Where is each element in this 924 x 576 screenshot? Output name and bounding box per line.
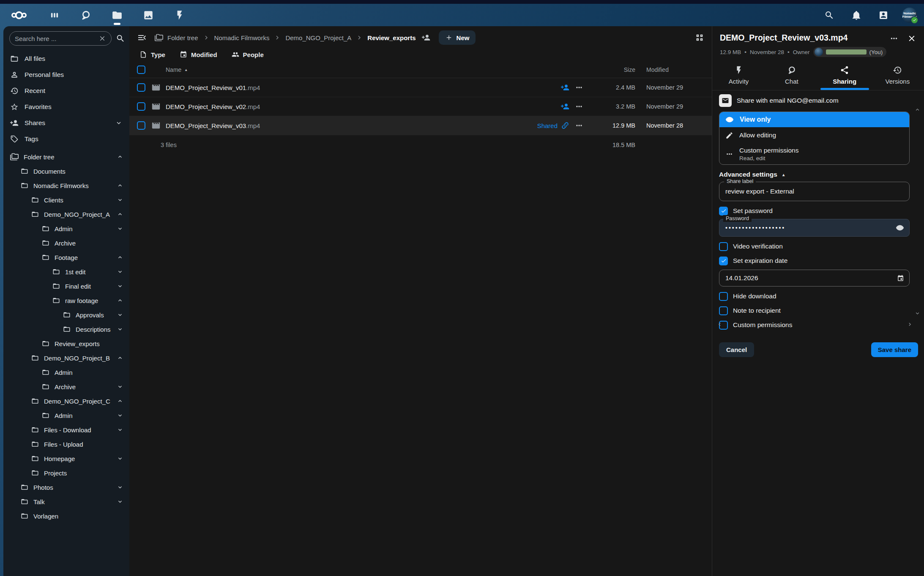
calendar-icon[interactable] [897, 275, 904, 282]
clear-search-icon[interactable] [98, 35, 106, 42]
set-password-row[interactable]: Set password [719, 206, 910, 216]
expiration-date-input[interactable]: 14.01.2026 [719, 270, 910, 287]
notifications-bell-icon[interactable] [848, 7, 865, 24]
option-allow-editing[interactable]: Allow editing [719, 127, 909, 143]
chevron-down-icon[interactable] [117, 225, 123, 232]
tree-item-demo-ngo-project-c[interactable]: Demo_NGO_Project_C [3, 394, 129, 408]
tree-item-files-upload[interactable]: Files - Upload [3, 437, 129, 451]
custom-permissions-row[interactable]: Custom permissions [719, 320, 910, 330]
tree-item-files-download[interactable]: Files - Download [3, 423, 129, 437]
hide-download-row[interactable]: Hide download [719, 292, 910, 301]
note-to-recipient-row[interactable]: Note to recipient [719, 306, 910, 315]
tree-item-footage[interactable]: Footage [3, 250, 129, 265]
tree-item-demo-ngo-project-b[interactable]: Demo_NGO_Project_B [3, 351, 129, 365]
share-label-input[interactable]: Share label review export - External [719, 182, 910, 201]
user-avatar[interactable]: Nomadic Filmworks [902, 8, 917, 23]
filter-type-chip[interactable]: Type [139, 51, 165, 58]
photos-app-icon[interactable] [139, 6, 157, 24]
nextcloud-logo[interactable] [7, 8, 31, 22]
set-expiration-checkbox[interactable] [719, 257, 728, 265]
share-link-icon[interactable] [561, 121, 569, 130]
shared-label[interactable]: Shared [537, 122, 558, 129]
tree-item-descriptions[interactable]: Descriptions [3, 322, 129, 336]
row-checkbox[interactable] [137, 102, 145, 111]
chevron-down-icon[interactable] [117, 484, 123, 491]
row-checkbox[interactable] [137, 83, 145, 92]
tab-versions[interactable]: Versions [871, 62, 924, 90]
sidebar-item-tags[interactable]: Tags [3, 131, 129, 147]
row-actions-icon[interactable] [569, 83, 589, 92]
chevron-down-icon[interactable] [117, 383, 123, 390]
hide-download-checkbox[interactable] [719, 292, 728, 301]
sidebar-item-recent[interactable]: Recent [3, 83, 129, 99]
save-share-button[interactable]: Save share [871, 342, 918, 357]
chevron-up-icon[interactable] [117, 153, 123, 160]
tree-item-review-exports[interactable]: Review_exports [3, 336, 129, 351]
chevron-up-icon[interactable] [117, 182, 123, 189]
close-icon[interactable] [907, 34, 916, 43]
tree-item-final-edit[interactable]: Final edit [3, 279, 129, 293]
tree-item-demo-ngo-project-a[interactable]: Demo_NGO_Project_A [3, 207, 129, 221]
scroll-down-icon[interactable] [914, 310, 921, 317]
file-name[interactable]: DEMO_Project_Review_v03.mp4 [166, 122, 260, 129]
files-app-icon[interactable] [108, 6, 126, 24]
sidebar-item-shares[interactable]: Shares [3, 115, 129, 131]
new-button[interactable]: New [439, 30, 476, 45]
option-custom-permissions[interactable]: Custom permissions Read, edit [719, 143, 909, 164]
row-checkbox[interactable] [137, 121, 145, 130]
collapse-sidebar-icon[interactable] [137, 33, 147, 43]
activity-app-icon[interactable] [171, 6, 189, 24]
tree-item-projects[interactable]: Projects [3, 466, 129, 480]
sidebar-item-favorites[interactable]: Favorites [3, 99, 129, 115]
breadcrumb-review-exports[interactable]: Review_exports [367, 34, 416, 41]
tree-item-folder-tree[interactable]: Folder tree [3, 150, 129, 164]
grid-view-toggle-icon[interactable] [695, 33, 704, 42]
scroll-left-icon[interactable] [716, 321, 723, 328]
filter-people-chip[interactable]: People [232, 51, 264, 58]
share-recipients-icon[interactable] [561, 83, 569, 92]
chevron-up-icon[interactable] [117, 211, 123, 218]
tree-item-documents[interactable]: Documents [3, 164, 129, 178]
password-input[interactable]: Password •••••••••••••••••• [719, 219, 910, 237]
tree-item-talk[interactable]: Talk [3, 494, 129, 509]
share-recipients-icon[interactable] [561, 102, 569, 111]
row-actions-icon[interactable] [569, 121, 589, 130]
row-actions-icon[interactable] [569, 102, 589, 111]
talk-app-icon[interactable] [77, 6, 95, 24]
chevron-down-icon[interactable] [117, 283, 123, 289]
tree-item-nomadic-filmworks[interactable]: Nomadic Filmworks [3, 178, 129, 193]
chevron-down-icon[interactable] [117, 197, 123, 203]
tree-item-admin[interactable]: Admin [3, 221, 129, 236]
advanced-settings-toggle[interactable]: Advanced settings ▲ [719, 171, 910, 178]
show-password-eye-icon[interactable] [896, 224, 904, 232]
column-modified[interactable]: Modified [635, 66, 699, 73]
chevron-down-icon[interactable] [117, 311, 123, 318]
file-row-v02[interactable]: DEMO_Project_Review_v02.mp4 3.2 MB Novem… [129, 97, 712, 116]
tree-item-1st-edit[interactable]: 1st edit [3, 265, 129, 279]
panel-actions-icon[interactable] [889, 34, 899, 43]
breadcrumb-folder-tree[interactable]: Folder tree [167, 34, 198, 41]
column-name[interactable]: Name▲ [166, 66, 188, 73]
tree-item-admin-b[interactable]: Admin [3, 365, 129, 379]
breadcrumb-nomadic-filmworks[interactable]: Nomadic Filmworks [214, 34, 270, 41]
note-to-recipient-checkbox[interactable] [719, 306, 728, 315]
share-folder-icon[interactable] [422, 33, 430, 42]
tree-item-vorlagen[interactable]: Vorlagen [3, 509, 129, 523]
tab-sharing[interactable]: Sharing [818, 62, 871, 90]
tree-item-archive-b[interactable]: Archive [3, 379, 129, 394]
sidebar-item-personal-files[interactable]: Personal files [3, 67, 129, 83]
chevron-down-icon[interactable] [117, 412, 123, 419]
option-view-only[interactable]: View only [719, 112, 909, 127]
tree-item-homepage[interactable]: Homepage [3, 451, 129, 466]
chevron-up-icon[interactable] [117, 355, 123, 361]
scroll-right-icon[interactable] [907, 321, 913, 328]
video-verification-row[interactable]: Video verification [719, 242, 910, 251]
set-expiration-row[interactable]: Set expiration date [719, 256, 910, 265]
chevron-down-icon[interactable] [117, 326, 123, 333]
set-password-checkbox[interactable] [719, 207, 728, 216]
search-submit-icon[interactable] [116, 34, 125, 43]
sidebar-item-all-files[interactable]: All files [3, 51, 129, 67]
file-row-v01[interactable]: DEMO_Project_Review_v01.mp4 2.4 MB Novem… [129, 78, 712, 97]
select-all-checkbox[interactable] [137, 66, 145, 74]
tree-item-admin-c[interactable]: Admin [3, 408, 129, 423]
